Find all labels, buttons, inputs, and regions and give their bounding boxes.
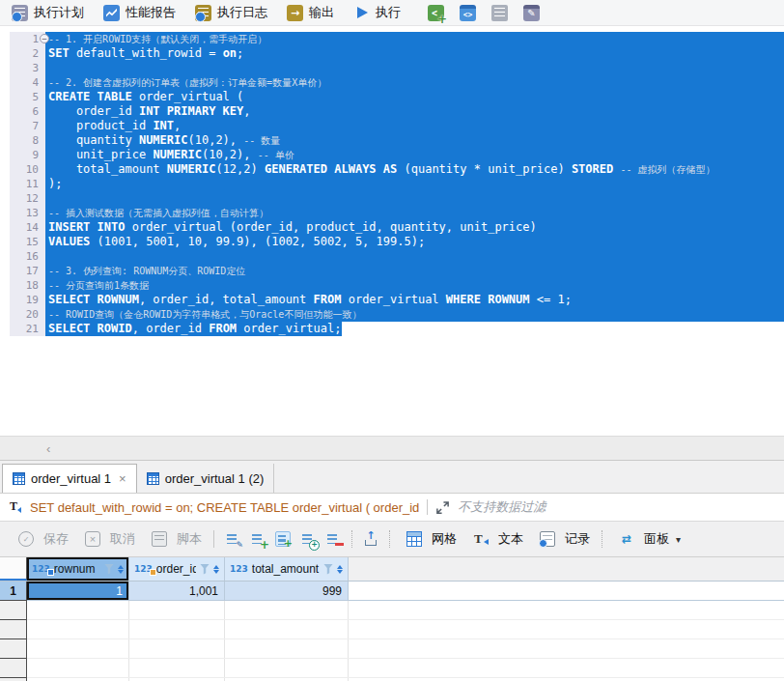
- code-line[interactable]: CREATE TABLE order_virtual (: [45, 90, 784, 104]
- code-line[interactable]: [45, 249, 784, 264]
- empty-row: [0, 639, 784, 659]
- result-tab-label: order_virtual 1 (2): [165, 471, 265, 486]
- editor-code-area[interactable]: -- 1. 开启ROWID支持（默认关闭，需手动开启）SET default_w…: [45, 26, 784, 436]
- record-view-label: 记录: [565, 530, 590, 548]
- lock-badge-icon: [47, 569, 54, 576]
- row-gutter-empty[interactable]: [0, 639, 27, 659]
- add-row-button[interactable]: [250, 531, 266, 547]
- cell-total_amount[interactable]: 999: [225, 582, 349, 600]
- code-line[interactable]: INSERT INTO order_virtual (order_id, pro…: [45, 220, 784, 235]
- result-tab-1[interactable]: order_virtual 1×: [2, 464, 137, 493]
- editor-horizontal-scrollbar[interactable]: ‹: [0, 436, 784, 460]
- cell-order_id[interactable]: 1,001: [129, 582, 225, 600]
- panel-button[interactable]: 面板▾: [608, 527, 686, 551]
- empty-cell[interactable]: [129, 601, 225, 619]
- grid-header-row: 123rownum123order_id123total_amount: [0, 557, 784, 582]
- sort-indicator-icon[interactable]: [213, 565, 219, 574]
- row-gutter-empty[interactable]: [0, 620, 27, 639]
- empty-cell[interactable]: [225, 620, 349, 638]
- grid-corner-cell[interactable]: [0, 557, 27, 581]
- cancel-button[interactable]: 取消: [74, 527, 141, 551]
- code-line[interactable]: quantity NUMERIC(10,2), -- 数量: [45, 133, 784, 148]
- run-label: 执行: [376, 4, 401, 21]
- empty-cell[interactable]: [27, 659, 129, 677]
- code-line[interactable]: product_id INT,: [45, 119, 784, 133]
- code-line[interactable]: -- 1. 开启ROWID支持（默认关闭，需手动开启）: [45, 32, 784, 46]
- empty-cell[interactable]: [225, 639, 349, 658]
- dropdown-caret-icon[interactable]: ▾: [676, 534, 681, 545]
- empty-cell[interactable]: [27, 601, 129, 619]
- result-tab-2[interactable]: order_virtual 1 (2): [137, 464, 275, 493]
- code-line[interactable]: -- 2. 创建含虚拟列的订单表（虚拟列：订单金额=数量X单价）: [45, 75, 784, 90]
- code-line[interactable]: -- 3. 伪列查询: ROWNUM分页、ROWID定位: [45, 264, 784, 278]
- code-line[interactable]: SELECT ROWID, order_id FROM order_virtua…: [45, 322, 784, 336]
- code-line[interactable]: VALUES (1001, 5001, 10, 99.9), (1002, 50…: [45, 235, 784, 249]
- code-line[interactable]: );: [45, 177, 784, 191]
- editor-gutter: 1−23456789101112131415161718192021: [0, 26, 45, 436]
- code-line[interactable]: unit_price NUMERIC(10,2), -- 单价: [45, 148, 784, 162]
- code-line[interactable]: total_amount NUMERIC(12,2) GENERATED ALW…: [45, 162, 784, 177]
- line-number: 4: [10, 75, 45, 90]
- code-line[interactable]: order_id INT PRIMARY KEY,: [45, 104, 784, 119]
- column-header-total_amount[interactable]: 123total_amount: [225, 557, 349, 581]
- column-header-order_id[interactable]: 123order_id: [129, 557, 225, 581]
- document-button[interactable]: [484, 0, 516, 25]
- code-line[interactable]: -- 插入测试数据（无需插入虚拟列值，自动计算）: [45, 206, 784, 220]
- expand-filter-icon[interactable]: [435, 500, 450, 515]
- performance-report-button[interactable]: 性能报告: [94, 0, 185, 25]
- edit-button[interactable]: [516, 0, 547, 25]
- empty-cell[interactable]: [225, 659, 349, 677]
- scroll-left-icon[interactable]: ‹: [46, 442, 50, 455]
- empty-cell[interactable]: [27, 620, 129, 638]
- sort-indicator-icon[interactable]: [337, 565, 343, 574]
- export-button[interactable]: [363, 531, 378, 547]
- code-line[interactable]: -- 分页查询前1条数据: [45, 278, 784, 293]
- statement-filter-bar[interactable]: SET default_with_rowid = on; CREATE TABL…: [0, 493, 784, 522]
- fold-collapse-icon[interactable]: −: [40, 34, 49, 43]
- filter-funnel-icon[interactable]: [323, 564, 333, 575]
- sql-editor[interactable]: 1−23456789101112131415161718192021 -- 1.…: [0, 26, 784, 436]
- save-label: 保存: [43, 530, 69, 548]
- filter-funnel-icon[interactable]: [104, 564, 114, 575]
- add-row-circle-button[interactable]: [300, 531, 316, 547]
- save-button[interactable]: 保存: [8, 527, 74, 551]
- code-line[interactable]: [45, 191, 784, 206]
- empty-cell[interactable]: [129, 639, 225, 658]
- text-view-button[interactable]: 文本: [462, 527, 529, 551]
- line-number: 2: [10, 46, 45, 61]
- column-header-rownum[interactable]: 123rownum: [27, 557, 129, 581]
- code-line[interactable]: SELECT ROWNUM, order_id, total_amount FR…: [45, 293, 784, 307]
- row-number[interactable]: 1: [0, 582, 27, 601]
- code-line[interactable]: SET default_with_rowid = on;: [45, 46, 784, 61]
- code-line[interactable]: [45, 61, 784, 75]
- execution-plan-label: 执行计划: [34, 4, 84, 21]
- edit-row-button[interactable]: [225, 531, 240, 547]
- cell-rownum[interactable]: 1: [27, 582, 129, 600]
- sql-ide-window: 执行计划性能报告执行日志输出执行 1−234567891011121314151…: [0, 0, 784, 681]
- row-gutter-empty[interactable]: [0, 659, 27, 678]
- new-sql-button[interactable]: [420, 0, 452, 25]
- delete-row-button[interactable]: [325, 531, 341, 547]
- line-number: 14: [10, 220, 45, 235]
- sort-indicator-icon[interactable]: [118, 565, 124, 574]
- output-button[interactable]: 输出: [277, 0, 344, 25]
- close-tab-icon[interactable]: ×: [119, 472, 126, 485]
- empty-cell[interactable]: [129, 659, 225, 677]
- code-line[interactable]: -- ROWID查询（金仓ROWID为字符串格式，与Oracle不同但功能一致）: [45, 307, 784, 322]
- execution-log-button[interactable]: 执行日志: [185, 0, 277, 25]
- record-view-button[interactable]: 记录: [529, 527, 596, 551]
- empty-cell[interactable]: [225, 601, 349, 619]
- line-number: 3: [10, 61, 45, 75]
- empty-cell[interactable]: [129, 620, 225, 638]
- execution-plan-button[interactable]: 执行计划: [2, 0, 94, 25]
- copy-row-button[interactable]: [275, 531, 291, 547]
- new-sql-icon: [428, 5, 444, 21]
- row-gutter-empty[interactable]: [0, 601, 27, 620]
- line-number: 11: [10, 177, 45, 191]
- script-button[interactable]: 脚本: [141, 527, 208, 551]
- sql-window-button[interactable]: [452, 0, 484, 25]
- run-button[interactable]: 执行: [344, 0, 410, 25]
- filter-funnel-icon[interactable]: [200, 564, 210, 575]
- empty-cell[interactable]: [27, 639, 129, 658]
- grid-view-button[interactable]: 网格: [396, 527, 462, 551]
